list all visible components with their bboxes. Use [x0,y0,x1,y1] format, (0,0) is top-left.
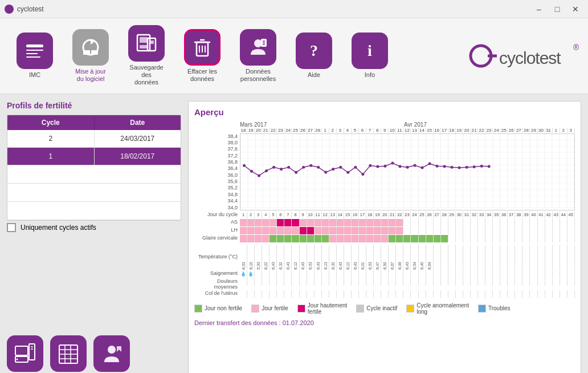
temp-value-label: Température (°C) [194,245,240,270]
app-icon [5,5,14,14]
svg-point-117 [443,165,446,168]
svg-point-99 [309,164,312,167]
window-title: cyclotest [17,5,44,13]
saignement-row: Saignement 💧💧 [194,270,575,278]
importer-icon [7,335,43,372]
apercu-title: Aperçu [194,107,575,117]
lh-row: LH [194,227,575,234]
col-row: Col de l'utérus [194,290,575,298]
imc-icon [24,40,46,62]
cycle-2-date: 24/03/2017 [95,130,181,147]
cycle-1-date: 18/02/2017 [95,148,181,165]
mise-a-jour-icon [80,37,101,58]
toolbar-info[interactable]: i Info [344,30,395,81]
temp-value-row: Température (°C) 36,5336,1935,9336,2236,… [194,245,575,270]
toolbar-aide[interactable]: ? Aide [288,30,340,81]
toolbar-sauvegarde[interactable]: Sauvegarde desdonnées [121,23,172,89]
douleurs-row: Douleurs moyennes [194,278,575,290]
svg-point-106 [361,173,364,176]
legend-hautement-fertile: Jour hautementfertile [297,302,348,315]
svg-point-113 [414,164,416,167]
cycle-row-empty-3 [7,202,181,220]
as-label: AS [194,219,240,226]
svg-point-90 [243,164,246,167]
transfer-date: Dernier transfert des données : 01.07.20… [194,319,575,326]
svg-text:®: ® [573,43,579,52]
svg-point-41 [108,346,116,354]
cycle-1-num: 1 [7,148,95,165]
svg-point-107 [369,164,371,167]
toolbar-mise-a-jour[interactable]: Mise à jourdu logiciel [65,27,116,85]
importer-button[interactable]: Importerles profils [7,335,43,373]
importer-svg [13,342,37,366]
toolbar-donnees[interactable]: Donnéespersonnelles [232,27,284,85]
calendar-days-row: 1819202122232425262728123456789101112131… [240,128,575,133]
legend-inactif-color [356,305,364,313]
svg-point-101 [324,171,327,173]
saignement-label: Saignement [194,270,240,278]
svg-point-31 [17,358,18,360]
svg-point-100 [317,165,320,168]
legend-non-fertile-color [194,305,202,313]
ouvrir-button[interactable]: Ouvrirle profil [93,335,130,373]
title-bar-left: cyclotest [5,5,44,14]
legend-inactif-label: Cycle inactif [366,305,397,311]
effacer-label: Effacer lesdonnées [187,68,217,83]
active-cycles-checkbox[interactable] [7,223,16,232]
as-row: AS [194,219,575,226]
legend-troubles-color [478,305,486,313]
toolbar-effacer[interactable]: Effacer lesdonnées [177,27,228,85]
bottom-buttons: Importerles profils TableauPDF [7,335,181,373]
col-cells [240,290,575,298]
cycle-row-1[interactable]: 1 18/02/2017 [7,148,181,165]
maximize-button[interactable]: □ [549,3,565,15]
col-label: Col de l'utérus [194,290,240,298]
imc-label: IMC [29,71,40,79]
cycle-row-empty-1 [7,165,181,184]
douleurs-label: Douleurs moyennes [194,278,240,290]
ouvrir-svg [100,342,124,366]
fertility-profiles-title: Profils de fertilité [7,101,181,110]
svg-point-94 [272,165,275,168]
temperature-chart [240,134,574,208]
effacer-icon [192,37,213,58]
temp-value-cells: 36,5336,1935,9336,2236,4336,3236,4336,12… [240,245,575,270]
chart-svg-container [240,133,575,210]
minimize-button[interactable]: – [531,3,547,15]
svg-rect-3 [26,56,40,58]
legend-long-label: Cycle anormalementlong [416,302,469,315]
month-headers: Mars 2017 Avr 2017 [240,121,575,128]
mise-a-jour-label: Mise à jourdu logiciel [75,68,106,83]
info-icon: i [359,40,381,62]
svg-point-92 [258,174,260,177]
svg-point-96 [287,165,290,168]
cycle-row-2[interactable]: 2 24/03/2017 [7,130,181,148]
svg-point-105 [354,165,357,168]
chart-main-row: 38,4 38,0 37,6 37,2 36,8 36,4 36,0 35,6 … [194,133,575,210]
legend-troubles: Troubles [478,302,511,315]
lh-cells [240,227,575,234]
svg-point-95 [280,168,283,171]
svg-point-121 [473,165,476,168]
title-bar: cyclotest – □ ✕ [0,0,588,18]
glaire-row: Glaire cervicale [194,235,575,242]
legend: Jour non fertile Jour fertile Jour haute… [194,302,575,315]
svg-rect-11 [149,40,154,44]
close-button[interactable]: ✕ [567,3,583,15]
toolbar: IMC Mise à jourdu logiciel Sauvegarde de… [0,18,588,94]
chart-container: Mars 2017 Avr 2017 181920212223242526272… [194,121,575,298]
legend-fertile-color [251,305,259,313]
svg-rect-5 [83,50,90,55]
right-panel: Aperçu Mars 2017 Avr 2017 18192021222324… [188,101,581,373]
effacer-icon-wrap [184,29,220,66]
cycle-2-num: 2 [7,130,95,147]
cycles-table: Cycle Date 2 24/03/2017 1 18/02/2017 [7,115,181,221]
legend-non-fertile-label: Jour non fertile [205,305,242,311]
svg-point-118 [451,165,454,168]
tableau-button[interactable]: TableauPDF [50,335,87,373]
glaire-label: Glaire cervicale [194,235,240,242]
tableau-svg [56,342,80,366]
legend-troubles-label: Troubles [488,305,511,311]
toolbar-imc[interactable]: IMC [9,30,60,81]
legend-long: Cycle anormalementlong [406,302,469,315]
